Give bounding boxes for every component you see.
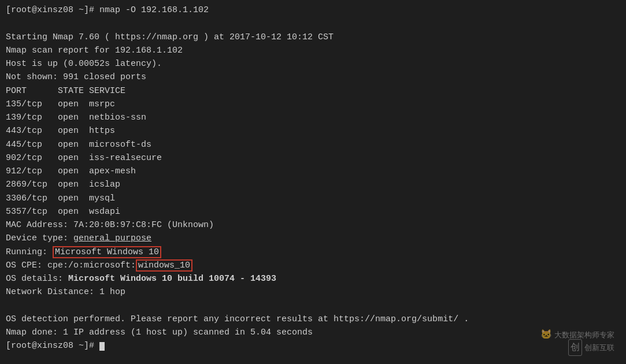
incorrect-text: incorrect <box>224 314 271 324</box>
not-shown-line: Not shown: 991 closed ports <box>6 70 620 84</box>
port-139: 139/tcp open netbios-ssn <box>6 111 620 124</box>
command-text: nmap -O 192.168.1.102 <box>99 5 209 15</box>
os-details-value: Microsoft Windows 10 build 10074 - 14393 <box>68 274 276 284</box>
port-902: 902/tcp open iss-realsecure <box>6 151 620 165</box>
final-prompt-line: [root@xinsz08 ~]# <box>6 339 620 352</box>
watermark-text-2: 创新互联 <box>584 342 614 354</box>
host-up-line: Host is up (0.00052s latency). <box>6 57 620 70</box>
running-line: Running: Microsoft Windows 10 <box>6 246 620 259</box>
watermark-icon-2: 创 <box>568 339 582 356</box>
os-cpe-boxed: windows_10 <box>136 259 192 272</box>
final-prompt: [root@xinsz08 ~]# <box>6 341 99 351</box>
scan-report-line: Nmap scan report for 192.168.1.102 <box>6 44 620 57</box>
port-2869: 2869/tcp open icslap <box>6 178 620 191</box>
running-os-boxed: Microsoft Windows 10 <box>53 246 161 258</box>
network-dist-line: Network Distance: 1 hop <box>6 285 620 299</box>
prompt: [root@xinsz08 ~]# <box>6 5 99 15</box>
device-type-line: Device type: general purpose <box>6 232 620 245</box>
port-445: 445/tcp open microsoft-ds <box>6 138 620 151</box>
port-135: 135/tcp open msrpc <box>6 98 620 111</box>
terminal-window: [root@xinsz08 ~]# nmap -O 192.168.1.102 … <box>0 0 626 364</box>
device-type-value: general purpose <box>73 233 151 243</box>
port-3306: 3306/tcp open mysql <box>6 192 620 205</box>
port-912: 912/tcp open apex-mesh <box>6 165 620 178</box>
blank-line-1 <box>6 17 620 30</box>
os-cpe-line: OS CPE: cpe:/o:microsoft:windows_10 <box>6 259 620 272</box>
watermark-chuangxin: 创 创新互联 <box>568 339 614 356</box>
port-header-line: PORT STATE SERVICE <box>6 84 620 98</box>
port-5357: 5357/tcp open wsdapi <box>6 205 620 218</box>
starting-line: Starting Nmap 7.60 ( https://nmap.org ) … <box>6 31 620 44</box>
nmap-done-line: Nmap done: 1 IP address (1 host up) scan… <box>6 326 620 339</box>
blank-line-2 <box>6 299 620 313</box>
seconds-text: seconds <box>276 328 313 337</box>
os-details-line: OS details: Microsoft Windows 10 build 1… <box>6 272 620 285</box>
os-detect-line: OS detection performed. Please report an… <box>6 313 620 326</box>
watermark-icon-1: 🐱 <box>540 328 552 342</box>
cursor-block <box>99 342 105 351</box>
command-line: [root@xinsz08 ~]# nmap -O 192.168.1.102 <box>6 3 620 17</box>
mac-address-line: MAC Address: 7A:20:0B:97:C8:FC (Unknown) <box>6 218 620 232</box>
port-443: 443/tcp open https <box>6 124 620 138</box>
